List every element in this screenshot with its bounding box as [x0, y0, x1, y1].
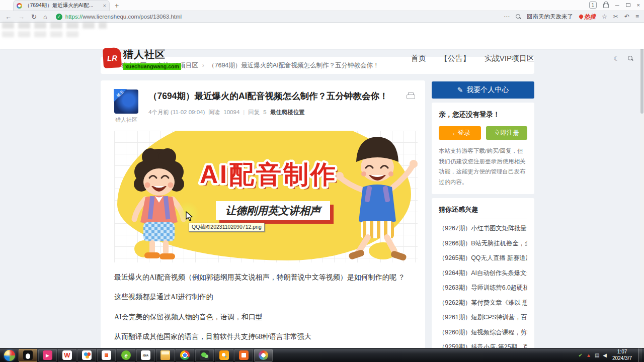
taskbar-wps[interactable]: W — [58, 349, 76, 362]
tray-shield-icon[interactable]: ✔ — [579, 353, 583, 358]
screenshot-scissors-icon[interactable]: ✂ — [613, 13, 618, 20]
hot-search-label: 热搜 — [584, 13, 596, 21]
video-app-icon: ▶ — [43, 350, 52, 360]
list-item[interactable]: （9264期）AI自动创作头条爆文最新玩... — [439, 265, 527, 281]
screen: （7694期）最近爆火的AI配... × + 1 ─ × ← → ↻ ⌂ ✓ h… — [0, 0, 644, 362]
tray-volume-icon[interactable]: ◀ — [603, 353, 607, 358]
browser-address-bar: ← → ↻ ⌂ ✓ https://www.lierenshequ.com/po… — [0, 11, 644, 23]
url-scheme: https:// — [65, 14, 83, 20]
interest-title: 猜你还感兴趣 — [439, 205, 527, 214]
ssl-shield-icon[interactable]: ✓ — [56, 14, 62, 20]
new-tab-button[interactable]: + — [115, 2, 119, 11]
pencil-icon: ✎ — [457, 86, 463, 94]
kuaishou-icon — [219, 350, 229, 360]
paragraph: AI会完美的保留视频人物的音色，语调，和口型 — [114, 312, 412, 322]
taskbar-photo-app[interactable] — [234, 349, 253, 362]
window-maximize-button[interactable] — [626, 3, 630, 7]
site-logo[interactable]: LR 猎人社区 xuechuangwang.com — [103, 48, 181, 70]
more-options-icon[interactable]: ⋯ — [504, 13, 510, 20]
guest-note: 本站支持游客下载/购买/回复，但我们仍建议您注册登录后使用相关功能，这能更方便的… — [439, 146, 527, 188]
browser-menu-icon[interactable]: ≡ — [635, 13, 639, 20]
site-search-icon[interactable] — [628, 56, 633, 61]
list-item[interactable]: （9265期）QQ无人直播 新赛道新玩法 ... — [439, 251, 527, 266]
divider: | — [243, 109, 245, 115]
shopping-bag-icon[interactable] — [603, 4, 609, 8]
taskbar-360-browser[interactable] — [254, 349, 273, 362]
author-name[interactable]: 猎人社区 — [114, 116, 138, 124]
reply-count: 5 — [263, 109, 266, 115]
clock[interactable]: 1:07 2024/3/7 — [612, 349, 632, 361]
paragraph: 从而翻译成其他国家的语言，目前软件共支持68种语言非常强大 — [114, 332, 412, 342]
undo-closed-tab-icon[interactable]: ↶ — [624, 13, 629, 20]
watermark — [2, 22, 107, 29]
wps-icon: W — [62, 350, 72, 360]
tab-title: （7694期）最近爆火的AI配... — [25, 2, 101, 9]
taskbar-wechat[interactable] — [195, 349, 214, 362]
watermark — [2, 31, 83, 37]
profile-center-button[interactable]: ✎ 我要个人中心 — [432, 81, 534, 99]
scrollbar[interactable] — [640, 23, 644, 362]
browser-tab[interactable]: （7694期）最近爆火的AI配... × — [13, 0, 110, 11]
start-button[interactable] — [4, 350, 15, 361]
nav-announcement[interactable]: 【公告】 — [440, 54, 470, 63]
tray-alert-icon[interactable]: ▲ — [586, 353, 591, 358]
taskbar-green-app[interactable]: e — [117, 349, 135, 362]
taskbar-chrome[interactable] — [176, 349, 194, 362]
logo-mark-icon: LR — [103, 47, 122, 68]
browser-360-icon — [259, 350, 268, 360]
taskbar-orange-app[interactable] — [97, 349, 116, 362]
back-button[interactable]: ← — [5, 13, 12, 21]
list-item[interactable]: （9262期）某付费文章《难以 想象，这... — [439, 295, 527, 310]
article-meta: 4个月前 (11-02 09:04) 阅读 10094 | 回复 5 最佳爬楼位… — [148, 109, 403, 116]
hot-search-link[interactable]: 热搜 — [579, 13, 596, 21]
nav-home[interactable]: 首页 — [411, 54, 426, 63]
print-icon[interactable] — [407, 93, 414, 100]
article-body: 最近爆火的AI配音视频（例如郭德纲用英文说相声，特朗普说中文等视频）是如何制作的… — [101, 262, 425, 361]
circles-app-icon — [82, 350, 92, 360]
taskbar-explorer[interactable] — [156, 349, 175, 362]
taskbar-boa-app[interactable]: /B0A — [136, 349, 155, 362]
taskbar-kuaishou[interactable] — [215, 349, 233, 362]
show-desktop-button[interactable] — [638, 348, 642, 362]
window-minimize-button[interactable]: ─ — [615, 3, 619, 8]
tab-close-icon[interactable]: × — [103, 3, 106, 9]
bookmark-star-icon[interactable]: ☆ — [602, 13, 607, 20]
clock-time: 1:07 — [612, 349, 632, 355]
breadcrumb-separator: › — [202, 62, 204, 69]
mouse-cursor — [185, 211, 193, 221]
extension-badge[interactable]: 1 — [589, 2, 597, 9]
sidebar: ✎ 我要个人中心 亲，您还没有登录！ → 登录 立即注册 本站支持游客下载/购买… — [432, 81, 534, 362]
profile-center-label: 我要个人中心 — [466, 85, 509, 95]
reload-button[interactable]: ↻ — [31, 13, 37, 21]
nav-vip-zone[interactable]: 实战VIP项目区 — [485, 54, 534, 63]
divider — [439, 219, 527, 219]
read-label: 阅读 — [208, 109, 220, 116]
site-domain: xuechuangwang.com — [123, 63, 181, 70]
home-button[interactable]: ⌂ — [43, 13, 47, 21]
forward-button[interactable]: → — [18, 13, 25, 21]
list-item[interactable]: （9260期）短视频综合课程，剪辑课+... — [439, 325, 527, 340]
orange-app-icon — [102, 350, 111, 360]
list-item[interactable]: （9263期）导师训练营6.0超硬核变现... — [439, 281, 527, 296]
search-icon[interactable] — [516, 14, 521, 19]
tray-display-icon[interactable]: ▤ — [595, 353, 599, 358]
dark-mode-icon[interactable]: ☾ — [613, 54, 620, 62]
hero-image[interactable]: AI配音制作 AI配音制作 让德刚用英文讲相声 QQ截图202311020907… — [114, 131, 418, 262]
login-button[interactable]: → 登录 — [439, 126, 481, 140]
list-item[interactable]: （9261期）短剧CPS特训营，百亿市场... — [439, 310, 527, 325]
url-field[interactable]: https://www.lierenshequ.com/post/13063.h… — [65, 14, 499, 20]
taskbar-qq[interactable] — [19, 349, 37, 362]
taskbar-video-app[interactable]: ▶ — [38, 349, 57, 362]
paragraph: 最近爆火的AI配音视频（例如郭德纲用英文说相声，特朗普说中文等视频）是如何制作的… — [114, 273, 412, 283]
site-nav: 首页 【公告】 实战VIP项目区 — [411, 45, 534, 71]
svg-text:AI配音制作: AI配音制作 — [200, 160, 338, 189]
folder-icon — [160, 350, 170, 360]
paragraph: 这些视频都是通过AI进行制作的 — [114, 292, 412, 302]
best-floor-link[interactable]: 最佳爬楼位置 — [270, 109, 305, 116]
list-item[interactable]: （9267期）小红书图文矩阵批量做图工... — [439, 221, 527, 236]
register-button[interactable]: 立即注册 — [486, 126, 527, 140]
list-item[interactable]: （9266期）B站无脑挂机撸金，全自动... — [439, 236, 527, 251]
search-suggestion[interactable]: 回南天的天敌来了 — [527, 13, 573, 21]
window-close-button[interactable]: × — [637, 3, 640, 8]
taskbar-circles-app[interactable] — [77, 349, 96, 362]
